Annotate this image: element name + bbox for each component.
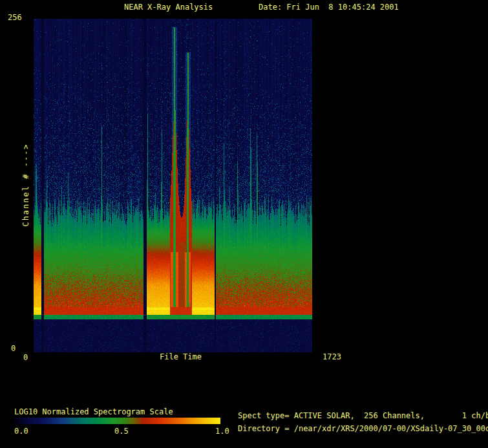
y-axis-title: Channel # ---> <box>21 143 30 226</box>
directory-text: Directory = /near/xdr/XRS/2000/07-00/XSd… <box>238 424 488 433</box>
colorbar-tick-min: 0.0 <box>14 427 28 436</box>
spectrogram-plot <box>34 19 312 352</box>
x-axis-min-label: 0 <box>23 353 28 362</box>
page-title: NEAR X-Ray Analysis <box>124 3 213 12</box>
colorbar-tick-max: 1.0 <box>215 427 229 436</box>
date-text: Date: Fri Jun 8 10:45:24 2001 <box>259 3 399 12</box>
x-axis-title: File Time <box>160 352 202 361</box>
spect-type-text: Spect type= ACTIVE SOLAR, 256 Channels, … <box>238 411 488 420</box>
app-window: NEAR X-Ray Analysis Date: Fri Jun 8 10:4… <box>0 0 488 448</box>
y-axis-min-label: 0 <box>11 344 16 353</box>
colorbar-title: LOG10 Normalized Spectrogram Scale <box>14 407 173 416</box>
colorbar-gradient <box>14 418 220 424</box>
y-axis-max-label: 256 <box>8 13 22 22</box>
x-axis-max-label: 1723 <box>323 352 341 361</box>
colorbar-tick-mid: 0.5 <box>114 427 129 436</box>
